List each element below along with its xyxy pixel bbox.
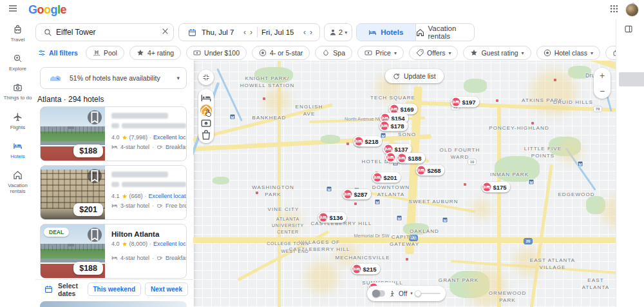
filter-chip-amenities[interactable]: Amenities▾ [605,46,616,60]
filter-chip-offers[interactable]: Offers▾ [409,46,458,60]
hotel-price-pin[interactable]: $268 [415,165,444,176]
tab-vacation-rentals[interactable]: Vacation rentals [416,24,475,41]
update-list-button[interactable]: Update list [385,69,444,83]
bed-icon [368,28,377,37]
filter-chip-hotel-class[interactable]: Hotel class▾ [536,46,600,60]
rating-value: 4.1 [111,193,120,199]
bookmark-button[interactable] [88,169,102,183]
filter-chip-all-filters[interactable]: All filters [35,46,80,60]
poi-dot [464,183,466,186]
hotel-card[interactable]: $2014.1(668)·Excellent location·3-star h… [40,165,187,220]
filter-chip-star-4-5[interactable]: 4- or 5-star [252,46,310,60]
price-icon [193,49,201,57]
zoom-out-button[interactable]: − [594,83,611,99]
check-in-next-button[interactable]: › [248,28,254,36]
vacation-rentals-layer-button[interactable] [200,104,212,116]
filter-chip-rating-4plus[interactable]: 4+ rating [129,46,181,60]
destination-search [35,23,174,41]
next-week-button[interactable]: Next week [145,282,188,296]
partial-hotel-card[interactable] [40,301,187,307]
this-weekend-button[interactable]: This weekend [88,282,142,296]
chevron-down-icon: ▾ [591,50,593,56]
check-in-date[interactable]: Thu, Jul 7 [200,28,236,36]
hotel-price-pin[interactable]: $197 [450,97,479,108]
check-out-cell[interactable]: Fri, Jul 15 ‹ › [260,28,314,36]
map-area-label: EAST ATLANTA [582,277,610,291]
filter-chip-spa[interactable]: Spa [315,46,352,60]
map[interactable]: KNIGHT PARK/ HOWELL STATIONBANKHEADENGLI… [193,61,616,307]
sidebar-item-travel[interactable]: Travel [1,25,35,43]
tab-vacation-rentals-label: Vacation rentals [428,25,475,40]
filter-chip-guest-rating[interactable]: Guest rating▾ [463,46,531,60]
hotel-price-pin[interactable]: $178 [379,121,408,132]
tab-hotels[interactable]: Hotels [357,24,416,41]
hotel-price-pin[interactable]: $188 [396,153,425,164]
hotel-price-pin[interactable]: $287 [342,189,371,200]
google-logo[interactable]: Google [28,3,66,17]
star-icon [137,49,144,57]
redacted-seg [111,123,119,128]
bookmark-button[interactable] [88,228,102,242]
availability-banner[interactable]: 51% of hotels have availability ▾ [40,67,187,89]
collapse-map-button[interactable] [198,70,214,85]
pin-bed-icon [352,265,361,273]
hotel-price-pin[interactable]: $201 [372,172,401,183]
hotel-rating-line: 4.0(8,000)·Excellent location· [111,241,187,247]
price-toggle-switch[interactable] [372,290,385,297]
check-out-next-button[interactable]: › [308,28,314,36]
chevron-up-icon[interactable] [630,1,636,7]
sidebar-item-things-to-do[interactable]: Things to do [1,83,35,101]
occupancy-selector[interactable]: 2 ▾ [324,23,352,41]
poi-dot [263,97,265,100]
sidebar-item-flights[interactable]: Flights [1,112,35,130]
hotel-card[interactable]: DEAL$188Hilton Atlanta4.0(8,000)·Excelle… [40,224,187,279]
price-toggle-state: Off [399,290,407,297]
pin-bed-icon [343,190,352,199]
history-slider[interactable] [416,293,440,294]
hotel-card[interactable]: $1884.0(7,998)·Excellent location·4-star… [40,106,187,161]
dot-separator: · [149,134,151,141]
check-out-prev-button[interactable]: ‹ [301,28,308,36]
spa-icon [322,49,330,57]
sidebar-nav: TravelExploreThings to doFlightsHotelsVa… [0,19,35,307]
chevron-down-icon: ▾ [448,50,451,56]
google-apps-button[interactable] [609,4,619,15]
map-area-label: ENGLISH AVE [296,103,323,117]
hotel-card-info: 4.1(668)·Excellent location·3-star hotel… [105,166,187,219]
dot-separator: · [149,241,151,247]
hotel-price-pin[interactable]: $218 [353,136,382,147]
hotels-layer-button[interactable] [200,92,212,104]
map-area-label: SONO [398,131,416,138]
hotel-price-pin[interactable]: $215 [351,264,380,275]
occupancy-count: 2 [339,28,343,36]
sidebar-item-hotels[interactable]: Hotels [1,141,35,159]
slider-knob[interactable] [415,290,421,297]
map-area-label: KNIGHT PARK/ HOWELL STATION [240,75,295,89]
walking-person-icon [388,290,395,297]
check-in-prev-button[interactable]: ‹ [242,28,248,36]
map-park [213,177,229,184]
pin-bed-icon [451,98,460,106]
filter-chip-price[interactable]: Price▾ [357,46,404,60]
side-panel-button[interactable] [624,25,633,35]
transit-station-icon: M [375,199,381,205]
check-out-date[interactable]: Fri, Jul 15 [260,28,296,36]
sidebar-item-explore[interactable]: Explore [1,54,35,72]
plane-icon [13,112,23,122]
bookmark-button[interactable] [88,110,102,124]
attractions-layer-button[interactable] [200,117,212,128]
map-area-label: GRANT PARK [439,277,478,284]
filter-chip-label: Spa [333,49,345,57]
zoom-in-button[interactable]: + [594,68,611,83]
hotel-price-pin[interactable]: $136 [317,212,346,223]
filter-chip-pool[interactable]: Pool [86,46,124,60]
redacted-seg [111,182,119,187]
hotel-price-pin[interactable]: $175 [481,182,510,193]
clear-search-button[interactable] [156,27,176,37]
filter-chip-under-100[interactable]: Under $100 [186,46,247,60]
sidebar-item-vacation-rentals[interactable]: Vacation rentals [1,170,35,194]
main-menu-button[interactable] [8,3,18,16]
search-input[interactable] [56,28,156,37]
shopping-layer-button[interactable] [200,129,212,141]
check-in-cell[interactable]: Thu, Jul 7 ‹ › [200,28,254,36]
